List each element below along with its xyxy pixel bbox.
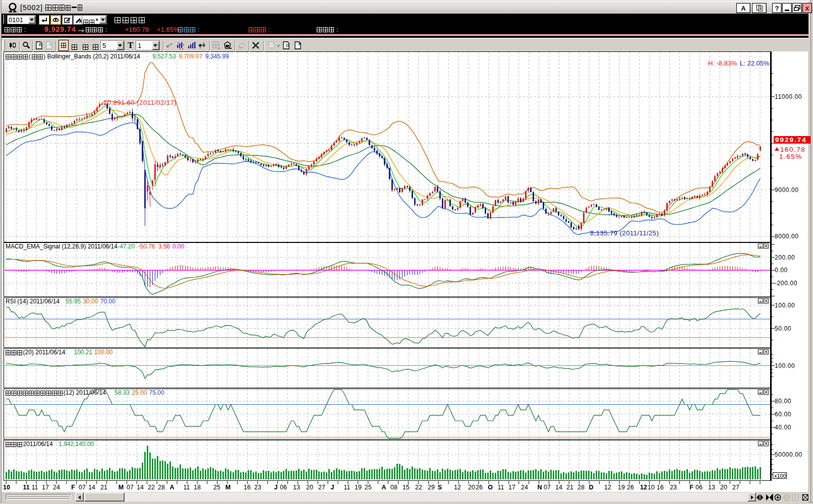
svg-text:100.00: 100.00	[94, 349, 113, 356]
svg-text:10: 10	[648, 484, 655, 491]
svg-text:(20) 2011/06/14: (20) 2011/06/14	[23, 349, 66, 356]
svg-text:70.00: 70.00	[100, 298, 115, 305]
svg-text:(: (	[29, 53, 31, 60]
svg-text:24: 24	[53, 484, 60, 491]
svg-text:O: O	[488, 484, 493, 491]
svg-text:A: A	[381, 484, 386, 491]
svg-text:160.78: 160.78	[780, 146, 805, 153]
svg-text:11: 11	[184, 484, 190, 491]
svg-text:14: 14	[88, 484, 95, 491]
svg-text:) Bollinger_Bands (20,2) 2011/: ) Bollinger_Bands (20,2) 2011/06/14	[43, 53, 140, 60]
svg-text:L: 22.05%: L: 22.05%	[740, 59, 770, 67]
svg-text:80.00: 80.00	[775, 398, 791, 405]
svg-text:F: F	[689, 484, 693, 491]
svg-text:14: 14	[555, 484, 562, 491]
svg-text:22: 22	[148, 484, 155, 491]
svg-text:28: 28	[577, 484, 585, 491]
svg-text:12: 12	[640, 484, 647, 491]
svg-text:D: D	[589, 484, 593, 491]
svg-text:1.65%: 1.65%	[779, 153, 802, 160]
svg-text:9000.00: 9000.00	[775, 186, 799, 194]
svg-text:22: 22	[415, 484, 422, 491]
svg-text:-47.20: -47.20	[118, 243, 135, 250]
svg-text:28: 28	[158, 484, 165, 491]
svg-text:1,942,140.00: 1,942,140.00	[59, 440, 94, 448]
svg-text:N: N	[537, 484, 542, 491]
svg-text:8,135.79 (2011/11/25): 8,135.79 (2011/11/25)	[590, 229, 659, 237]
svg-text:0.00: 0.00	[775, 267, 788, 274]
svg-text:14: 14	[137, 484, 144, 491]
svg-text:19: 19	[618, 484, 625, 491]
svg-text:9,345.99: 9,345.99	[205, 53, 229, 60]
svg-text:11: 11	[32, 484, 38, 491]
svg-text:F: F	[71, 484, 75, 491]
svg-text:58.33: 58.33	[114, 389, 130, 396]
svg-text:9,527.53: 9,527.53	[152, 53, 176, 60]
svg-text:11000.00: 11000.00	[775, 93, 802, 100]
svg-text:21: 21	[100, 484, 107, 491]
svg-text:07: 07	[544, 484, 551, 491]
svg-text:15: 15	[402, 484, 410, 491]
svg-text:100.00: 100.00	[775, 362, 795, 369]
svg-text:2011/06/14: 2011/06/14	[23, 440, 53, 448]
svg-text:x100: x100	[774, 473, 786, 479]
svg-text:D: D	[39, 43, 41, 46]
svg-text:17: 17	[508, 484, 515, 491]
svg-text:06: 06	[280, 484, 287, 491]
svg-text:20: 20	[468, 484, 475, 491]
svg-text:M: M	[225, 484, 230, 491]
svg-text:25.00: 25.00	[132, 389, 147, 396]
svg-text:M: M	[119, 484, 124, 491]
svg-text:55.95: 55.95	[66, 298, 81, 305]
svg-text:R: R	[49, 43, 51, 46]
svg-text:17: 17	[42, 484, 49, 491]
svg-text:12: 12	[454, 484, 461, 491]
svg-text:50000.00: 50000.00	[775, 451, 802, 458]
svg-text:26: 26	[476, 484, 483, 491]
svg-text:(12) 2011/06/14: (12) 2011/06/14	[64, 389, 106, 396]
svg-text:13: 13	[293, 484, 300, 491]
svg-text:-50.76: -50.76	[138, 243, 155, 250]
svg-text:J: J	[274, 484, 278, 491]
svg-text:-200.00: -200.00	[775, 280, 797, 287]
svg-text:30.00: 30.00	[83, 298, 98, 305]
svg-text:06: 06	[695, 484, 703, 491]
svg-text:11: 11	[344, 484, 351, 491]
svg-text:12: 12	[604, 484, 611, 491]
svg-text:25: 25	[213, 484, 220, 491]
svg-text:60.00: 60.00	[775, 411, 791, 418]
svg-text:A: A	[169, 484, 174, 491]
svg-text:RSI (14) 2011/06/14: RSI (14) 2011/06/14	[6, 298, 60, 305]
svg-text:100.00: 100.00	[775, 302, 795, 309]
svg-text:16: 16	[244, 484, 251, 491]
svg-text:9929.74: 9929.74	[775, 136, 807, 144]
svg-text:75.00: 75.00	[149, 389, 164, 396]
svg-text:200.00: 200.00	[775, 254, 795, 261]
svg-text:MACD_EMA_Signal (12,26,9) 2011: MACD_EMA_Signal (12,26,9) 2011/06/14	[6, 243, 118, 250]
svg-text:23: 23	[254, 484, 261, 491]
svg-text:0.00: 0.00	[172, 243, 185, 250]
svg-text:10,891.60 (2011/02/17): 10,891.60 (2011/02/17)	[103, 99, 177, 106]
svg-text:29: 29	[428, 484, 435, 491]
svg-text:16: 16	[657, 484, 664, 491]
svg-text:10: 10	[3, 484, 10, 491]
svg-text:18: 18	[194, 484, 201, 491]
svg-text:07: 07	[79, 484, 86, 491]
svg-text:19: 19	[355, 484, 362, 491]
svg-text:21: 21	[566, 484, 573, 491]
svg-text:40.00: 40.00	[775, 424, 791, 431]
svg-text:50.00: 50.00	[775, 325, 791, 332]
svg-text:20: 20	[720, 484, 727, 491]
svg-text:24: 24	[521, 484, 528, 491]
svg-text:100.21: 100.21	[74, 349, 93, 356]
svg-text:11: 11	[498, 484, 504, 491]
svg-text:11: 11	[23, 484, 29, 491]
svg-text:S: S	[438, 484, 442, 491]
svg-text:08: 08	[390, 484, 397, 491]
svg-text:3.56: 3.56	[158, 243, 170, 250]
svg-text:H: -8.83%: H: -8.83%	[708, 59, 737, 67]
svg-text:9,709.07: 9,709.07	[179, 53, 203, 60]
svg-text:26: 26	[627, 484, 634, 491]
svg-text:13: 13	[708, 484, 715, 491]
svg-text:27: 27	[732, 484, 739, 491]
